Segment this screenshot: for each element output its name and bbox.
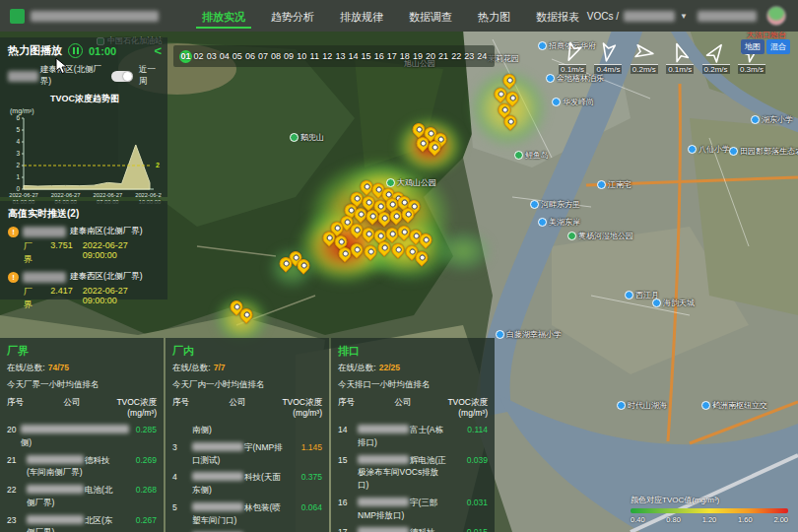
row-company: 富士(A栋排口) <box>358 424 448 449</box>
table-title: 厂内 <box>172 344 322 359</box>
tab-排放规律[interactable]: 排放规律 <box>338 1 385 31</box>
hour-11[interactable]: 11 <box>308 50 321 63</box>
hour-03[interactable]: 03 <box>205 50 218 63</box>
poi-icon <box>290 133 299 142</box>
tab-热力图[interactable]: 热力图 <box>476 1 512 31</box>
table-row[interactable]: 4 科技(天面东侧) 0.375 <box>172 471 322 497</box>
table-subtitle: 今天排口一小时均值排名 <box>338 379 488 391</box>
hour-09[interactable]: 09 <box>283 50 296 63</box>
push-item[interactable]: ! 建泰西区(北侧厂界) 厂界 2.417 2022-06-27 09:00:0… <box>8 271 162 311</box>
collapse-panel-chevron[interactable]: < <box>154 43 162 58</box>
hour-04[interactable]: 04 <box>218 50 231 63</box>
legend-tick: 0.80 <box>666 515 681 524</box>
svg-text:2022-06-27: 2022-06-27 <box>9 192 38 198</box>
hour-14[interactable]: 14 <box>347 50 360 63</box>
play-pause-button[interactable] <box>68 43 83 58</box>
row-company: 侧) <box>21 424 130 449</box>
hour-02[interactable]: 02 <box>192 50 205 63</box>
row-value: 0.269 <box>117 454 157 465</box>
company-redacted <box>192 442 243 451</box>
wind-speed-label: 0.1m/s <box>559 64 586 74</box>
chart-y-axis-unit: (mg/m³) <box>10 107 162 114</box>
push-site: 建泰南区(北侧厂界) <box>70 226 143 237</box>
hour-16[interactable]: 16 <box>372 50 385 63</box>
table-row[interactable]: 20 侧) 0.285 <box>7 424 157 449</box>
table-row[interactable]: 23 北区(东侧厂界) 0.267 <box>7 514 157 532</box>
hour-06[interactable]: 06 <box>243 50 256 63</box>
row-company: 德科技(FHMP1007) <box>358 526 448 532</box>
hour-22[interactable]: 22 <box>450 50 463 63</box>
hour-13[interactable]: 13 <box>334 50 347 63</box>
nav-tabs: 排放实况趋势分析排放规律数据调查热力图数据报表 <box>200 1 581 31</box>
poi-icon <box>729 147 738 156</box>
tab-趋势分析[interactable]: 趋势分析 <box>269 1 316 31</box>
poi-icon <box>688 145 697 154</box>
push-item[interactable]: ! 建泰南区(北侧厂界) 厂界 3.751 2022-06-27 09:00:0… <box>8 226 162 266</box>
row-no: 14 <box>338 424 358 434</box>
table-row[interactable]: 16 宇(三部NMP排放口) 0.031 <box>338 497 488 522</box>
avatar[interactable] <box>766 6 786 26</box>
svg-text:2: 2 <box>16 162 20 168</box>
legend-tick: 1.20 <box>702 515 717 524</box>
row-no: 22 <box>7 484 27 495</box>
row-no: 21 <box>7 454 27 465</box>
table-row[interactable]: 22 电池(北侧厂界) 0.268 <box>7 484 157 509</box>
range-label[interactable]: 近一周 <box>139 64 162 88</box>
hour-18[interactable]: 18 <box>398 50 411 63</box>
row-no: 17 <box>338 526 358 532</box>
map-type-map-button[interactable]: 地图 <box>741 39 765 54</box>
table-row[interactable]: 15 辉电池(正极涂布车间VOCs排放口) 0.039 <box>338 454 488 492</box>
svg-text:2022-06-27: 2022-06-27 <box>135 192 162 198</box>
table-subtitle: 今天厂内一小时均值排名 <box>172 379 322 391</box>
hour-23[interactable]: 23 <box>463 50 476 63</box>
tab-数据报表[interactable]: 数据报表 <box>534 1 581 31</box>
hour-08[interactable]: 08 <box>270 50 283 63</box>
panel-title: 热力图播放 <box>8 43 62 58</box>
push-site: 建泰西区(北侧厂界) <box>70 271 143 283</box>
wind-speed-label: 0.4m/s <box>594 64 622 74</box>
poi-icon <box>538 218 547 227</box>
logo-icon <box>10 9 25 24</box>
poi-icon <box>552 98 561 106</box>
push-panel-title: 高值实时推送(2) <box>8 207 162 221</box>
map-poi-label: 海韵天城 <box>652 298 695 308</box>
hour-12[interactable]: 12 <box>321 50 334 63</box>
tab-排放实况[interactable]: 排放实况 <box>200 1 247 31</box>
tab-数据调查[interactable]: 数据调查 <box>407 1 454 31</box>
table-title: 排口 <box>338 344 488 359</box>
site-label: 建泰南区(北侧厂界) <box>40 64 105 88</box>
map-poi-label: 河畔东方里 <box>530 199 580 210</box>
push-time: 2022-06-27 09:00:00 <box>83 240 162 266</box>
company-redacted <box>192 472 243 481</box>
table-row[interactable]: 14 富士(A栋排口) 0.114 <box>338 424 488 449</box>
site-toggle[interactable] <box>111 71 133 82</box>
row-company: 辉电池(正极涂布车间VOCs排放口) <box>358 454 448 492</box>
table-row[interactable]: 17 德科技(FHMP1007) 0.015 <box>338 526 488 532</box>
table-row[interactable]: 3 宇(NMP排口测试) 1.145 <box>172 441 322 467</box>
hour-05[interactable]: 05 <box>231 50 243 63</box>
poi-icon <box>597 180 606 189</box>
hour-10[interactable]: 10 <box>296 50 308 63</box>
hour-24[interactable]: 24 <box>476 50 489 63</box>
hour-15[interactable]: 15 <box>360 50 372 63</box>
hour-07[interactable]: 07 <box>256 50 269 63</box>
map-type-switch: 地图 混合 <box>741 39 790 54</box>
map-type-hybrid-button[interactable]: 混合 <box>766 39 790 54</box>
table-panel-outlet: 排口 在线/总数:22/25 今天排口一小时均值排名 序号公司 TVOC浓度(m… <box>331 338 495 532</box>
hour-20[interactable]: 20 <box>424 50 436 63</box>
hour-21[interactable]: 21 <box>437 50 450 63</box>
table-row[interactable]: 南侧) <box>172 424 322 436</box>
hour-01[interactable]: 01 <box>179 50 192 63</box>
poi-icon <box>538 41 547 50</box>
map-poi-label: 金地格林泊乐 <box>546 73 604 84</box>
table-row[interactable]: 21 德科技(车间南侧厂界) 0.269 <box>7 454 157 480</box>
push-category: 厂界 <box>24 240 40 266</box>
top-nav-bar: 排放实况趋势分析排放规律数据调查热力图数据报表 VOCs / ▼ <box>0 0 798 32</box>
table-row[interactable]: 5 林包装(喷塑车间门口) 0.064 <box>172 501 322 527</box>
legend-tick: 0.40 <box>631 515 645 524</box>
vocs-selector[interactable]: VOCs / ▼ <box>587 11 688 22</box>
map-poi-label: 鹤洲南枢纽立交 <box>701 400 767 411</box>
poi-icon <box>751 115 760 124</box>
hour-17[interactable]: 17 <box>385 50 398 63</box>
hour-19[interactable]: 19 <box>411 50 424 63</box>
